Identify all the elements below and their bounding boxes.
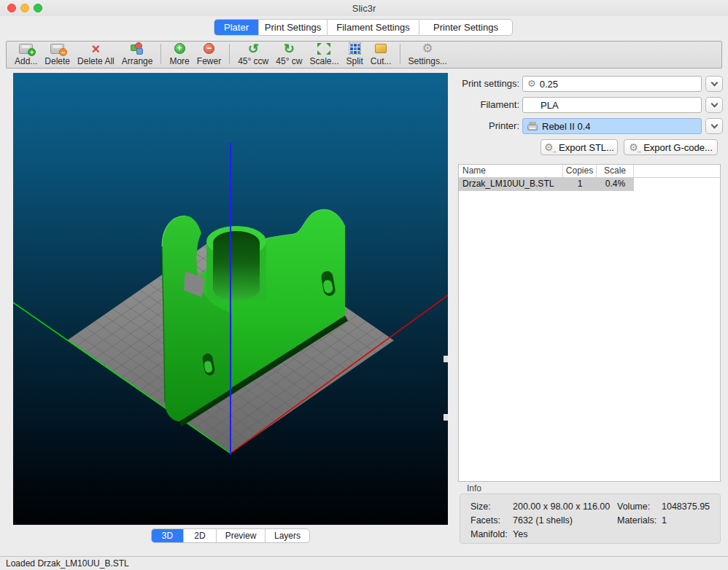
printer-icon: [527, 122, 538, 130]
printer-label: Printer:: [452, 118, 519, 134]
cell-copies: 1: [563, 178, 597, 191]
facets-value: 7632 (1 shells): [513, 515, 573, 526]
tab-printer-settings[interactable]: Printer Settings: [419, 20, 512, 35]
cut-label: Cut...: [371, 56, 392, 66]
print-settings-label: Print settings:: [452, 76, 519, 92]
rotate-cw-icon: ↻: [284, 42, 295, 55]
export-gcode-label: Export G-code...: [643, 142, 713, 153]
view-tab-3d[interactable]: 3D: [152, 529, 183, 542]
rotate-ccw-label: 45° ccw: [238, 56, 268, 66]
object-table-header: Name Copies Scale: [459, 165, 720, 178]
printer-dropdown-button[interactable]: [705, 118, 723, 134]
delete-button[interactable]: − Delete: [41, 42, 74, 66]
add-box-icon: +: [19, 44, 33, 54]
scale-button[interactable]: Scale...: [306, 42, 342, 66]
filament-dropdown-button[interactable]: [705, 97, 723, 113]
plus-circle-icon: +: [174, 43, 185, 54]
chevron-down-icon: [710, 79, 718, 87]
delete-all-icon: ×: [92, 42, 101, 55]
table-row[interactable]: Drzak_LM10UU_B.STL 1 0.4%: [459, 178, 720, 191]
split-button[interactable]: Split: [342, 42, 366, 66]
manifold-label: Manifold:: [471, 529, 508, 539]
settings-label: Settings...: [408, 56, 447, 66]
scale-icon: [317, 43, 330, 55]
gear-icon: ⚙: [422, 42, 433, 55]
status-bar: Loaded Drzak_LM10UU_B.STL: [0, 556, 728, 570]
facets-label: Facets:: [471, 515, 500, 526]
export-stl-label: Export STL...: [559, 142, 614, 153]
title-bar: Slic3r: [0, 0, 728, 16]
split-label: Split: [346, 56, 363, 66]
info-group-title: Info: [467, 483, 481, 493]
toolbar-separator: [400, 44, 400, 64]
status-text: Loaded Drzak_LM10UU_B.STL: [6, 558, 129, 569]
delete-all-label: Delete All: [77, 56, 115, 66]
column-header-copies[interactable]: Copies: [563, 165, 597, 177]
object-table: Name Copies Scale Drzak_LM10UU_B.STL 1 0…: [458, 164, 721, 482]
minus-circle-icon: −: [204, 43, 214, 54]
volume-label: Volume:: [617, 501, 650, 512]
filament-select[interactable]: PLA: [522, 97, 702, 113]
view-tab-layers[interactable]: Layers: [265, 529, 309, 542]
export-gcode-button[interactable]: ⚙→ Export G-code...: [624, 139, 718, 155]
delete-label: Delete: [44, 56, 70, 66]
chevron-down-icon: [710, 101, 718, 108]
main-tab-bar: Plater Print Settings Filament Settings …: [214, 19, 513, 36]
export-icon: ⚙→: [544, 141, 555, 153]
rotate-ccw-button[interactable]: ↺ 45° ccw: [234, 42, 272, 66]
settings-button[interactable]: ⚙ Settings...: [405, 42, 451, 66]
tab-filament-settings[interactable]: Filament Settings: [327, 20, 419, 35]
delete-box-icon: −: [50, 44, 64, 54]
more-label: More: [169, 56, 189, 66]
manifold-value: Yes: [513, 529, 527, 539]
rotate-cw-label: 45° cw: [276, 56, 302, 66]
window-title: Slic3r: [0, 3, 728, 14]
printer-select[interactable]: Rebel II 0.4: [522, 118, 702, 134]
cylinder-bore: [213, 231, 260, 301]
export-stl-button[interactable]: ⚙→ Export STL...: [541, 139, 618, 155]
add-label: Add...: [15, 56, 37, 66]
tab-print-settings[interactable]: Print Settings: [258, 20, 327, 35]
fewer-label: Fewer: [197, 56, 221, 66]
cut-icon: [375, 44, 387, 53]
rotate-ccw-icon: ↺: [248, 42, 259, 55]
cell-name: Drzak_LM10UU_B.STL: [459, 178, 563, 191]
printer-value: Rebel II 0.4: [542, 121, 591, 132]
print-settings-value: 0.25: [540, 79, 558, 90]
delete-all-button[interactable]: × Delete All: [74, 42, 118, 66]
size-label: Size:: [471, 501, 491, 512]
print-settings-dropdown-button[interactable]: [705, 76, 723, 92]
cut-button[interactable]: Cut...: [367, 42, 395, 66]
arrange-icon: [130, 42, 144, 55]
column-header-name[interactable]: Name: [459, 165, 563, 177]
3d-viewport[interactable]: [13, 73, 448, 525]
print-settings-select[interactable]: ⚙ 0.25: [522, 76, 702, 92]
split-icon: [349, 42, 361, 55]
filament-value: PLA: [541, 100, 559, 111]
rotate-cw-button[interactable]: ↻ 45° cw: [272, 42, 306, 66]
chevron-down-icon: [710, 122, 718, 129]
materials-value: 1: [662, 515, 667, 526]
size-value: 200.00 x 98.00 x 116.00: [513, 501, 610, 512]
arrange-button[interactable]: Arrange: [118, 42, 157, 66]
filament-label: Filament:: [452, 97, 519, 113]
viewport-edge-mark: [444, 414, 448, 421]
gear-icon: ⚙: [527, 79, 536, 89]
more-button[interactable]: + More: [166, 42, 193, 66]
cell-scale: 0.4%: [597, 178, 634, 191]
add-button[interactable]: + Add...: [11, 42, 41, 66]
tab-plater[interactable]: Plater: [214, 20, 258, 35]
toolbar-separator: [160, 44, 161, 64]
column-header-scale[interactable]: Scale: [597, 165, 634, 177]
toolbar: + Add... − Delete × Delete All Arrange +…: [6, 41, 722, 69]
fewer-button[interactable]: − Fewer: [193, 42, 225, 66]
volume-value: 1048375.95: [662, 501, 710, 512]
toolbar-separator: [229, 44, 230, 64]
materials-label: Materials:: [617, 515, 657, 526]
viewport-edge-mark: [444, 356, 448, 362]
view-tab-preview[interactable]: Preview: [216, 529, 265, 542]
info-box: Size: 200.00 x 98.00 x 116.00 Volume: 10…: [460, 493, 721, 544]
scale-label: Scale...: [309, 56, 338, 66]
view-tab-2d[interactable]: 2D: [183, 529, 216, 542]
view-mode-tab-bar: 3D 2D Preview Layers: [151, 528, 310, 543]
